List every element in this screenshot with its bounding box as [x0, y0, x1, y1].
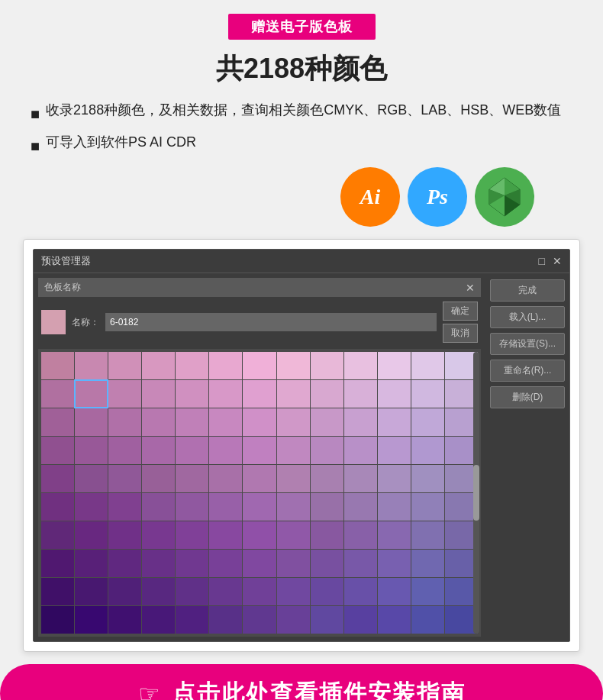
right-panel-button[interactable]: 载入(L)... [490, 306, 565, 328]
color-cell[interactable] [142, 352, 175, 379]
color-cell[interactable] [108, 408, 141, 436]
color-cell[interactable] [277, 380, 310, 408]
color-cell[interactable] [277, 493, 310, 521]
color-cell[interactable] [311, 578, 343, 605]
color-cell[interactable] [142, 521, 175, 549]
color-cell[interactable] [108, 493, 141, 521]
color-cell[interactable] [176, 408, 208, 436]
color-cell[interactable] [75, 465, 108, 492]
color-cell[interactable] [209, 493, 242, 521]
color-cell[interactable] [277, 437, 310, 464]
color-cell[interactable] [209, 521, 242, 549]
color-cell[interactable] [344, 352, 377, 379]
color-cell[interactable] [411, 352, 444, 379]
color-cell[interactable] [142, 465, 175, 492]
color-cell[interactable] [108, 578, 141, 605]
color-cell[interactable] [344, 578, 377, 605]
color-cell[interactable] [108, 521, 141, 549]
color-cell[interactable] [142, 606, 175, 634]
color-cell[interactable] [142, 437, 175, 464]
color-cell[interactable] [243, 408, 276, 436]
color-cell[interactable] [277, 408, 310, 436]
color-cell[interactable] [209, 606, 242, 634]
grid-scrollbar[interactable] [473, 352, 479, 634]
color-cell[interactable] [277, 352, 310, 379]
color-cell[interactable] [344, 380, 377, 408]
color-cell[interactable] [75, 380, 108, 408]
color-cell[interactable] [311, 493, 343, 521]
color-cell[interactable] [176, 578, 208, 605]
color-cell[interactable] [176, 493, 208, 521]
color-cell[interactable] [41, 578, 74, 605]
color-cell[interactable] [209, 578, 242, 605]
color-cell[interactable] [378, 465, 411, 492]
color-cell[interactable] [41, 380, 74, 408]
color-cell[interactable] [41, 521, 74, 549]
color-cell[interactable] [411, 465, 444, 492]
color-cell[interactable] [277, 606, 310, 634]
color-cell[interactable] [378, 521, 411, 549]
color-cell[interactable] [311, 606, 343, 634]
name-input[interactable] [105, 313, 437, 331]
color-cell[interactable] [378, 352, 411, 379]
color-cell[interactable] [378, 578, 411, 605]
color-cell[interactable] [243, 465, 276, 492]
color-cell[interactable] [176, 437, 208, 464]
color-cell[interactable] [41, 606, 74, 634]
color-cell[interactable] [108, 352, 141, 379]
color-cell[interactable] [209, 465, 242, 492]
color-cell[interactable] [344, 493, 377, 521]
color-cell[interactable] [176, 380, 208, 408]
color-cell[interactable] [311, 380, 343, 408]
color-cell[interactable] [243, 352, 276, 379]
color-cell[interactable] [311, 352, 343, 379]
color-cell[interactable] [75, 550, 108, 577]
close-icon[interactable]: ✕ [553, 255, 562, 267]
color-cell[interactable] [411, 408, 444, 436]
color-cell[interactable] [142, 550, 175, 577]
color-cell[interactable] [209, 380, 242, 408]
color-cell[interactable] [344, 437, 377, 464]
color-cell[interactable] [209, 408, 242, 436]
color-cell[interactable] [243, 437, 276, 464]
color-cell[interactable] [311, 550, 343, 577]
color-cell[interactable] [176, 465, 208, 492]
color-cell[interactable] [411, 380, 444, 408]
color-cell[interactable] [378, 606, 411, 634]
color-cell[interactable] [243, 493, 276, 521]
color-cell[interactable] [41, 352, 74, 379]
color-cell[interactable] [176, 521, 208, 549]
color-cell[interactable] [75, 437, 108, 464]
color-cell[interactable] [209, 352, 242, 379]
color-cell[interactable] [277, 521, 310, 549]
color-cell[interactable] [311, 408, 343, 436]
color-cell[interactable] [41, 493, 74, 521]
color-name-close[interactable]: ✕ [466, 282, 475, 294]
color-cell[interactable] [209, 550, 242, 577]
color-cell[interactable] [108, 550, 141, 577]
color-cell[interactable] [311, 521, 343, 549]
color-cell[interactable] [378, 380, 411, 408]
color-cell[interactable] [243, 550, 276, 577]
color-cell[interactable] [411, 437, 444, 464]
color-cell[interactable] [75, 606, 108, 634]
minimize-icon[interactable]: □ [539, 255, 545, 267]
color-cell[interactable] [142, 408, 175, 436]
color-cell[interactable] [344, 465, 377, 492]
color-cell[interactable] [243, 380, 276, 408]
color-cell[interactable] [176, 352, 208, 379]
color-cell[interactable] [411, 493, 444, 521]
color-cell[interactable] [344, 521, 377, 549]
color-cell[interactable] [277, 550, 310, 577]
color-cell[interactable] [243, 578, 276, 605]
right-panel-button[interactable]: 完成 [490, 279, 565, 302]
right-panel-button[interactable]: 删除(D) [490, 386, 565, 408]
color-cell[interactable] [311, 465, 343, 492]
color-cell[interactable] [41, 437, 74, 464]
color-cell[interactable] [378, 408, 411, 436]
color-cell[interactable] [41, 465, 74, 492]
color-cell[interactable] [75, 352, 108, 379]
color-cell[interactable] [142, 380, 175, 408]
color-cell[interactable] [41, 408, 74, 436]
color-cell[interactable] [75, 493, 108, 521]
